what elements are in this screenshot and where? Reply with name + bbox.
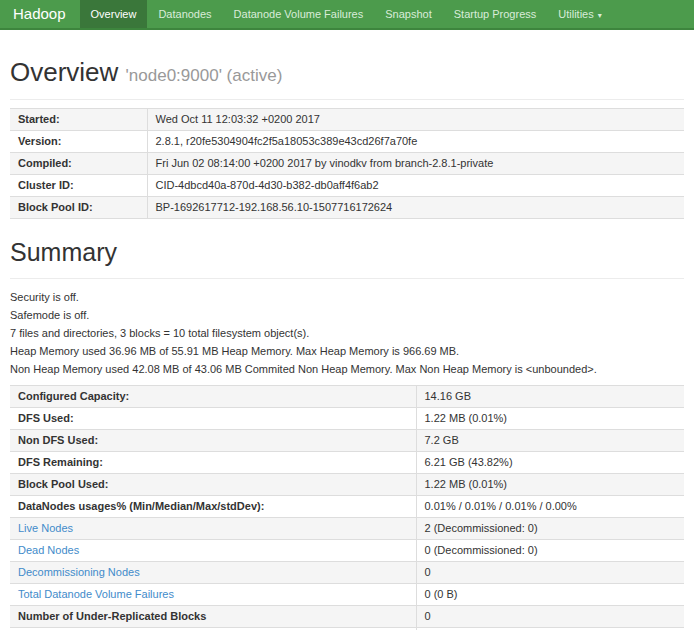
safemode-status-text: Safemode is off. (10, 310, 684, 321)
table-row: Block Pool Used: 1.22 MB (0.01%) (10, 474, 684, 496)
row-label-version: Version: (10, 131, 147, 153)
row-label-non-dfs-used: Non DFS Used: (10, 430, 416, 452)
hadoop-brand[interactable]: Hadoop (0, 0, 80, 28)
row-value-configured-capacity: 14.16 GB (416, 386, 684, 408)
decommissioning-nodes-link[interactable]: Decommissioning Nodes (18, 566, 140, 578)
namenode-address-status: 'node0:9000' (active) (126, 66, 283, 85)
row-value-dead-nodes: 0 (Decommissioned: 0) (416, 540, 684, 562)
heap-memory-text: Heap Memory used 36.96 MB of 55.91 MB He… (10, 346, 684, 357)
row-value-compiled: Fri Jun 02 08:14:00 +0200 2017 by vinodk… (147, 153, 684, 175)
nav-item-utilities[interactable]: Utilities▾ (547, 0, 612, 28)
overview-title-text: Overview (10, 57, 118, 87)
table-row: DFS Used: 1.22 MB (0.01%) (10, 408, 684, 430)
row-label-dfs-used: DFS Used: (10, 408, 416, 430)
table-row: Number of Under-Replicated Blocks 0 (10, 606, 684, 628)
table-row: Decommissioning Nodes 0 (10, 562, 684, 584)
row-value-decommissioning-nodes: 0 (416, 562, 684, 584)
row-label-datanode-usages: DataNodes usages% (Min/Median/Max/stdDev… (10, 496, 416, 518)
live-nodes-link[interactable]: Live Nodes (18, 522, 73, 534)
row-label-block-pool-used: Block Pool Used: (10, 474, 416, 496)
divider (10, 278, 684, 279)
row-value-version: 2.8.1, r20fe5304904fc2f5a18053c389e43cd2… (147, 131, 684, 153)
row-value-datanode-usages: 0.01% / 0.01% / 0.01% / 0.00% (416, 496, 684, 518)
row-label-under-replicated-blocks: Number of Under-Replicated Blocks (10, 606, 416, 628)
summary-table: Configured Capacity: 14.16 GB DFS Used: … (10, 385, 684, 630)
section-title-summary: Summary (10, 238, 684, 267)
top-navbar: Hadoop Overview Datanodes Datanode Volum… (0, 0, 694, 30)
row-label-block-pool-id: Block Pool ID: (10, 197, 147, 219)
caret-down-icon: ▾ (598, 11, 602, 20)
row-label-cluster-id: Cluster ID: (10, 175, 147, 197)
total-datanode-volume-failures-link[interactable]: Total Datanode Volume Failures (18, 588, 174, 600)
table-row: DFS Remaining: 6.21 GB (43.82%) (10, 452, 684, 474)
nav-item-utilities-label: Utilities (558, 8, 593, 20)
row-value-non-dfs-used: 7.2 GB (416, 430, 684, 452)
table-row: Block Pool ID: BP-1692617712-192.168.56.… (10, 197, 684, 219)
table-row: Version: 2.8.1, r20fe5304904fc2f5a18053c… (10, 131, 684, 153)
table-row: Dead Nodes 0 (Decommissioned: 0) (10, 540, 684, 562)
nav-item-snapshot[interactable]: Snapshot (374, 0, 442, 28)
row-value-cluster-id: CID-4dbcd40a-870d-4d30-b382-db0aff4f6ab2 (147, 175, 684, 197)
nav-item-overview[interactable]: Overview (80, 0, 148, 28)
row-value-block-pool-id: BP-1692617712-192.168.56.10-150771617262… (147, 197, 684, 219)
namenode-info-table: Started: Wed Oct 11 12:03:32 +0200 2017 … (10, 108, 684, 219)
row-value-under-replicated-blocks: 0 (416, 606, 684, 628)
table-row: DataNodes usages% (Min/Median/Max/stdDev… (10, 496, 684, 518)
row-value-dfs-remaining: 6.21 GB (43.82%) (416, 452, 684, 474)
non-heap-memory-text: Non Heap Memory used 42.08 MB of 43.06 M… (10, 364, 684, 375)
table-row: Non DFS Used: 7.2 GB (10, 430, 684, 452)
divider (10, 99, 684, 100)
nav-item-datanode-volume-failures[interactable]: Datanode Volume Failures (223, 0, 375, 28)
row-label-configured-capacity: Configured Capacity: (10, 386, 416, 408)
table-row: Started: Wed Oct 11 12:03:32 +0200 2017 (10, 109, 684, 131)
summary-notes: Security is off. Safemode is off. 7 file… (10, 292, 684, 375)
table-row: Cluster ID: CID-4dbcd40a-870d-4d30-b382-… (10, 175, 684, 197)
table-row: Live Nodes 2 (Decommissioned: 0) (10, 518, 684, 540)
row-value-started: Wed Oct 11 12:03:32 +0200 2017 (147, 109, 684, 131)
table-row: Compiled: Fri Jun 02 08:14:00 +0200 2017… (10, 153, 684, 175)
row-value-total-datanode-volume-failures: 0 (0 B) (416, 584, 684, 606)
security-status-text: Security is off. (10, 292, 684, 303)
row-value-dfs-used: 1.22 MB (0.01%) (416, 408, 684, 430)
nav-item-startup-progress[interactable]: Startup Progress (443, 0, 548, 28)
dead-nodes-link[interactable]: Dead Nodes (18, 544, 79, 556)
main-content: Overview 'node0:9000' (active) Started: … (0, 57, 694, 630)
row-label-dfs-remaining: DFS Remaining: (10, 452, 416, 474)
table-row: Total Datanode Volume Failures 0 (0 B) (10, 584, 684, 606)
row-value-block-pool-used: 1.22 MB (0.01%) (416, 474, 684, 496)
nav-item-datanodes[interactable]: Datanodes (147, 0, 222, 28)
row-label-compiled: Compiled: (10, 153, 147, 175)
row-label-started: Started: (10, 109, 147, 131)
page-title-overview: Overview 'node0:9000' (active) (10, 57, 684, 88)
table-row: Configured Capacity: 14.16 GB (10, 386, 684, 408)
filesystem-objects-text: 7 files and directories, 3 blocks = 10 t… (10, 328, 684, 339)
row-value-live-nodes: 2 (Decommissioned: 0) (416, 518, 684, 540)
